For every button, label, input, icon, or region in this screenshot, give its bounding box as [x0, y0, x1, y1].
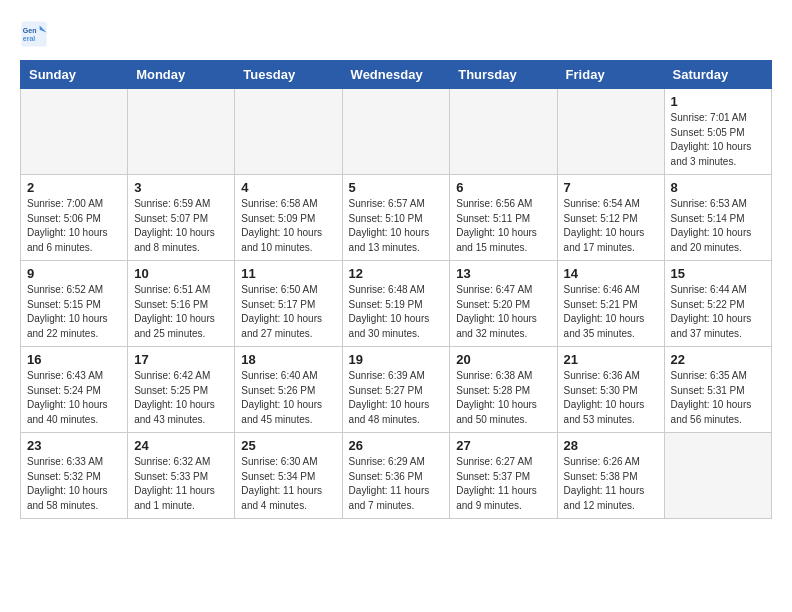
calendar-cell — [557, 89, 664, 175]
calendar-cell: 8Sunrise: 6:53 AM Sunset: 5:14 PM Daylig… — [664, 175, 771, 261]
calendar-cell: 28Sunrise: 6:26 AM Sunset: 5:38 PM Dayli… — [557, 433, 664, 519]
day-number: 26 — [349, 438, 444, 453]
day-info: Sunrise: 6:27 AM Sunset: 5:37 PM Dayligh… — [456, 455, 550, 513]
day-info: Sunrise: 6:44 AM Sunset: 5:22 PM Dayligh… — [671, 283, 765, 341]
day-info: Sunrise: 6:32 AM Sunset: 5:33 PM Dayligh… — [134, 455, 228, 513]
calendar-cell: 12Sunrise: 6:48 AM Sunset: 5:19 PM Dayli… — [342, 261, 450, 347]
day-number: 12 — [349, 266, 444, 281]
day-info: Sunrise: 6:40 AM Sunset: 5:26 PM Dayligh… — [241, 369, 335, 427]
day-info: Sunrise: 6:29 AM Sunset: 5:36 PM Dayligh… — [349, 455, 444, 513]
calendar-table: SundayMondayTuesdayWednesdayThursdayFrid… — [20, 60, 772, 519]
day-number: 14 — [564, 266, 658, 281]
calendar-cell: 26Sunrise: 6:29 AM Sunset: 5:36 PM Dayli… — [342, 433, 450, 519]
calendar-cell — [664, 433, 771, 519]
day-number: 17 — [134, 352, 228, 367]
day-number: 25 — [241, 438, 335, 453]
day-number: 8 — [671, 180, 765, 195]
calendar-cell: 17Sunrise: 6:42 AM Sunset: 5:25 PM Dayli… — [128, 347, 235, 433]
calendar-cell — [128, 89, 235, 175]
weekday-header-sunday: Sunday — [21, 61, 128, 89]
day-info: Sunrise: 6:50 AM Sunset: 5:17 PM Dayligh… — [241, 283, 335, 341]
day-number: 16 — [27, 352, 121, 367]
day-info: Sunrise: 6:30 AM Sunset: 5:34 PM Dayligh… — [241, 455, 335, 513]
day-number: 24 — [134, 438, 228, 453]
day-info: Sunrise: 6:53 AM Sunset: 5:14 PM Dayligh… — [671, 197, 765, 255]
day-info: Sunrise: 6:36 AM Sunset: 5:30 PM Dayligh… — [564, 369, 658, 427]
calendar-cell — [235, 89, 342, 175]
calendar-cell: 13Sunrise: 6:47 AM Sunset: 5:20 PM Dayli… — [450, 261, 557, 347]
day-info: Sunrise: 7:01 AM Sunset: 5:05 PM Dayligh… — [671, 111, 765, 169]
day-number: 5 — [349, 180, 444, 195]
day-number: 3 — [134, 180, 228, 195]
calendar-cell: 15Sunrise: 6:44 AM Sunset: 5:22 PM Dayli… — [664, 261, 771, 347]
calendar-cell: 27Sunrise: 6:27 AM Sunset: 5:37 PM Dayli… — [450, 433, 557, 519]
day-info: Sunrise: 6:26 AM Sunset: 5:38 PM Dayligh… — [564, 455, 658, 513]
day-info: Sunrise: 6:38 AM Sunset: 5:28 PM Dayligh… — [456, 369, 550, 427]
calendar-cell: 5Sunrise: 6:57 AM Sunset: 5:10 PM Daylig… — [342, 175, 450, 261]
day-info: Sunrise: 6:46 AM Sunset: 5:21 PM Dayligh… — [564, 283, 658, 341]
day-info: Sunrise: 7:00 AM Sunset: 5:06 PM Dayligh… — [27, 197, 121, 255]
day-info: Sunrise: 6:52 AM Sunset: 5:15 PM Dayligh… — [27, 283, 121, 341]
calendar-cell: 24Sunrise: 6:32 AM Sunset: 5:33 PM Dayli… — [128, 433, 235, 519]
day-number: 1 — [671, 94, 765, 109]
top-header: Gen eral — [20, 20, 772, 52]
day-number: 10 — [134, 266, 228, 281]
day-info: Sunrise: 6:33 AM Sunset: 5:32 PM Dayligh… — [27, 455, 121, 513]
general-blue-logo-icon: Gen eral — [20, 20, 48, 48]
day-number: 13 — [456, 266, 550, 281]
calendar-cell: 16Sunrise: 6:43 AM Sunset: 5:24 PM Dayli… — [21, 347, 128, 433]
svg-text:eral: eral — [23, 35, 36, 42]
day-info: Sunrise: 6:58 AM Sunset: 5:09 PM Dayligh… — [241, 197, 335, 255]
day-number: 23 — [27, 438, 121, 453]
day-info: Sunrise: 6:56 AM Sunset: 5:11 PM Dayligh… — [456, 197, 550, 255]
day-number: 9 — [27, 266, 121, 281]
day-number: 6 — [456, 180, 550, 195]
weekday-header-wednesday: Wednesday — [342, 61, 450, 89]
weekday-header-friday: Friday — [557, 61, 664, 89]
day-number: 22 — [671, 352, 765, 367]
day-info: Sunrise: 6:51 AM Sunset: 5:16 PM Dayligh… — [134, 283, 228, 341]
calendar-cell — [450, 89, 557, 175]
day-info: Sunrise: 6:48 AM Sunset: 5:19 PM Dayligh… — [349, 283, 444, 341]
day-number: 28 — [564, 438, 658, 453]
day-number: 20 — [456, 352, 550, 367]
svg-text:Gen: Gen — [23, 27, 37, 34]
day-number: 15 — [671, 266, 765, 281]
logo: Gen eral — [20, 20, 50, 48]
weekday-header-thursday: Thursday — [450, 61, 557, 89]
day-number: 7 — [564, 180, 658, 195]
calendar-cell: 23Sunrise: 6:33 AM Sunset: 5:32 PM Dayli… — [21, 433, 128, 519]
day-number: 4 — [241, 180, 335, 195]
day-number: 18 — [241, 352, 335, 367]
calendar-cell: 6Sunrise: 6:56 AM Sunset: 5:11 PM Daylig… — [450, 175, 557, 261]
weekday-header-row: SundayMondayTuesdayWednesdayThursdayFrid… — [21, 61, 772, 89]
calendar-cell: 2Sunrise: 7:00 AM Sunset: 5:06 PM Daylig… — [21, 175, 128, 261]
day-number: 19 — [349, 352, 444, 367]
day-info: Sunrise: 6:47 AM Sunset: 5:20 PM Dayligh… — [456, 283, 550, 341]
week-row-2: 2Sunrise: 7:00 AM Sunset: 5:06 PM Daylig… — [21, 175, 772, 261]
calendar-cell — [342, 89, 450, 175]
calendar-cell: 3Sunrise: 6:59 AM Sunset: 5:07 PM Daylig… — [128, 175, 235, 261]
calendar-cell — [21, 89, 128, 175]
calendar-cell: 14Sunrise: 6:46 AM Sunset: 5:21 PM Dayli… — [557, 261, 664, 347]
calendar-cell: 4Sunrise: 6:58 AM Sunset: 5:09 PM Daylig… — [235, 175, 342, 261]
calendar-cell: 7Sunrise: 6:54 AM Sunset: 5:12 PM Daylig… — [557, 175, 664, 261]
day-info: Sunrise: 6:39 AM Sunset: 5:27 PM Dayligh… — [349, 369, 444, 427]
calendar-cell: 25Sunrise: 6:30 AM Sunset: 5:34 PM Dayli… — [235, 433, 342, 519]
day-number: 27 — [456, 438, 550, 453]
day-number: 21 — [564, 352, 658, 367]
day-number: 11 — [241, 266, 335, 281]
weekday-header-monday: Monday — [128, 61, 235, 89]
calendar-cell: 1Sunrise: 7:01 AM Sunset: 5:05 PM Daylig… — [664, 89, 771, 175]
day-info: Sunrise: 6:42 AM Sunset: 5:25 PM Dayligh… — [134, 369, 228, 427]
calendar-cell: 21Sunrise: 6:36 AM Sunset: 5:30 PM Dayli… — [557, 347, 664, 433]
calendar-cell: 18Sunrise: 6:40 AM Sunset: 5:26 PM Dayli… — [235, 347, 342, 433]
day-number: 2 — [27, 180, 121, 195]
calendar-cell: 9Sunrise: 6:52 AM Sunset: 5:15 PM Daylig… — [21, 261, 128, 347]
day-info: Sunrise: 6:59 AM Sunset: 5:07 PM Dayligh… — [134, 197, 228, 255]
weekday-header-tuesday: Tuesday — [235, 61, 342, 89]
calendar-cell: 10Sunrise: 6:51 AM Sunset: 5:16 PM Dayli… — [128, 261, 235, 347]
calendar-cell: 20Sunrise: 6:38 AM Sunset: 5:28 PM Dayli… — [450, 347, 557, 433]
day-info: Sunrise: 6:43 AM Sunset: 5:24 PM Dayligh… — [27, 369, 121, 427]
svg-rect-0 — [21, 21, 46, 46]
